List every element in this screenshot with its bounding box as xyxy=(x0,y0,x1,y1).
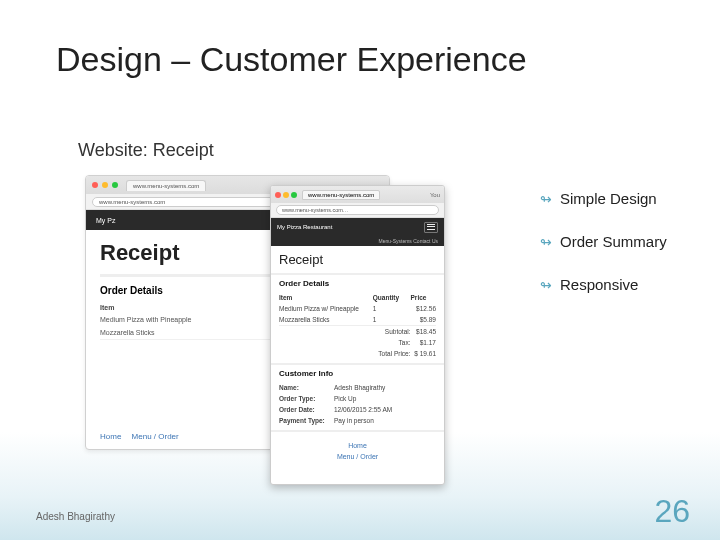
info-row: Order Type:Pick Up xyxy=(279,393,436,404)
footer-link-menu[interactable]: Menu / Order xyxy=(132,432,179,441)
bullet-icon: ↬ xyxy=(540,233,556,251)
bullet-icon: ↬ xyxy=(540,190,556,208)
footer-link-home[interactable]: Home xyxy=(100,432,121,441)
traffic-light-min-icon xyxy=(102,182,108,188)
site-brand: My Pizza Restaurant xyxy=(277,224,332,230)
traffic-light-close-icon xyxy=(92,182,98,188)
info-row: Order Date:12/06/2015 2:55 AM xyxy=(279,404,436,415)
receipt-heading: Receipt xyxy=(279,252,436,267)
total-row: Total Price:$ 19.61 xyxy=(279,348,436,359)
cell-item: Mozzarella Sticks xyxy=(100,326,293,340)
mobile-nav-secondary: Menu-Systems Contact Us xyxy=(271,236,444,246)
subtotal-row: Subtotal:$18.45 xyxy=(279,326,436,338)
traffic-light-min-icon xyxy=(283,192,289,198)
divider xyxy=(271,363,444,365)
info-row: Name:Adesh Bhagirathy xyxy=(279,382,436,393)
bullet-icon: ↬ xyxy=(540,276,556,294)
mobile-address-bar: www.menu-systems.com… xyxy=(271,203,444,218)
traffic-light-max-icon xyxy=(112,182,118,188)
bullet-item: ↬ Order Summary xyxy=(540,233,710,252)
bullet-text: Order Summary xyxy=(560,233,667,252)
page-number: 26 xyxy=(654,493,690,530)
footer-link-home[interactable]: Home xyxy=(279,440,436,451)
cell-item: Medium Pizza with Pineapple xyxy=(100,313,293,326)
bullet-item: ↬ Responsive xyxy=(540,276,710,295)
mobile-footer-nav: Home Menu / Order xyxy=(279,440,436,462)
col-qty: Quantity xyxy=(373,292,411,303)
customer-info-heading: Customer Info xyxy=(279,369,436,378)
table-row: Mozzarella Sticks 1 $5.89 xyxy=(279,314,436,326)
divider xyxy=(271,430,444,432)
table-row: Medium Pizza w/ Pineapple 1 $12.56 xyxy=(279,303,436,314)
you-label: You xyxy=(430,192,440,198)
bullet-list: ↬ Simple Design ↬ Order Summary ↬ Respon… xyxy=(540,190,710,318)
browser-tab[interactable]: www.menu-systems.com xyxy=(126,180,206,191)
mobile-tab-bar: www.menu-systems.com You xyxy=(271,186,444,203)
customer-info-table: Name:Adesh Bhagirathy Order Type:Pick Up… xyxy=(279,382,436,426)
info-row: Payment Type:Pay in person xyxy=(279,415,436,426)
mobile-site-nav: My Pizza Restaurant xyxy=(271,218,444,236)
tax-row: Tax:$1.17 xyxy=(279,337,436,348)
mobile-order-table: Item Quantity Price Medium Pizza w/ Pine… xyxy=(279,292,436,359)
mobile-browser-mock: www.menu-systems.com You www.menu-system… xyxy=(270,185,445,485)
slide: Design – Customer Experience Website: Re… xyxy=(0,0,720,540)
table-header-row: Item Quantity Price xyxy=(279,292,436,303)
col-price: Price xyxy=(411,292,436,303)
traffic-light-max-icon xyxy=(291,192,297,198)
hamburger-icon[interactable] xyxy=(424,222,438,233)
bullet-text: Responsive xyxy=(560,276,638,295)
divider xyxy=(271,273,444,275)
screenshots-group: www.menu-systems.com www.menu-systems.co… xyxy=(85,175,525,485)
bullet-item: ↬ Simple Design xyxy=(540,190,710,209)
traffic-light-close-icon xyxy=(275,192,281,198)
footer-link-menu[interactable]: Menu / Order xyxy=(279,451,436,462)
mobile-url-field[interactable]: www.menu-systems.com… xyxy=(276,205,439,215)
footer-author: Adesh Bhagirathy xyxy=(36,511,115,522)
site-brand: My Pz xyxy=(96,217,115,224)
desktop-footer-nav: Home Menu / Order xyxy=(100,432,187,441)
col-item: Item xyxy=(279,292,373,303)
order-details-heading: Order Details xyxy=(279,279,436,288)
browser-tab[interactable]: www.menu-systems.com xyxy=(302,190,380,200)
slide-title: Design – Customer Experience xyxy=(56,40,527,79)
bullet-text: Simple Design xyxy=(560,190,657,209)
mobile-page-body: Receipt Order Details Item Quantity Pric… xyxy=(271,246,444,462)
col-item: Item xyxy=(100,302,293,313)
slide-subtitle: Website: Receipt xyxy=(78,140,214,161)
